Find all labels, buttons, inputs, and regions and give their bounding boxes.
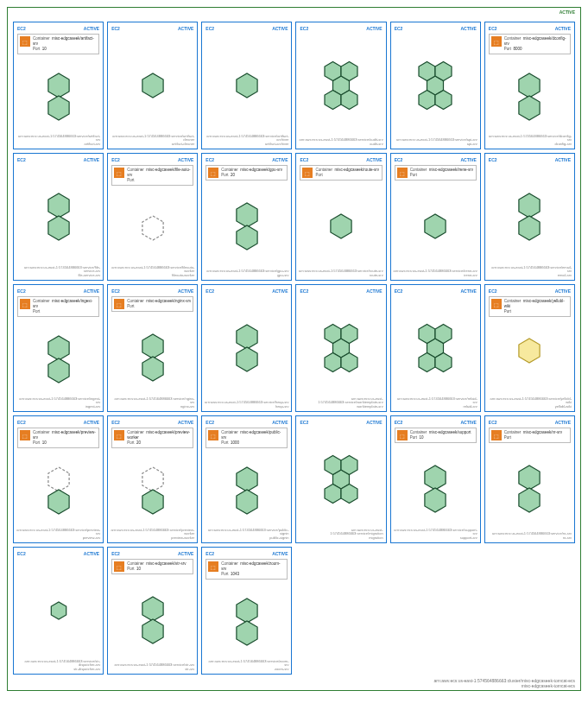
service-card[interactable]: EC2ACTIVE⬚ Container misc-edgcaseek/supp…: [390, 415, 481, 543]
card-type: EC2: [300, 157, 308, 162]
card-footer: arn:aws:ecs:us-east-1:574564886663:servi…: [110, 397, 194, 409]
card-status: ACTIVE: [178, 26, 193, 31]
card-status: ACTIVE: [460, 157, 476, 162]
card-type: EC2: [489, 157, 497, 162]
task-hexes: [17, 165, 99, 268]
svg-marker-57: [51, 602, 66, 619]
service-card[interactable]: EC2ACTIVE⬚ Container misc-edgcaseek/nr-s…: [484, 415, 575, 543]
card-footer: arn:aws:ecs:us-east-1:574564886663:servi…: [16, 529, 100, 541]
card-header: EC2ACTIVE: [17, 157, 99, 162]
service-card[interactable]: EC2ACTIVE⬚ Container misc-edgcaseek/dcon…: [484, 22, 575, 149]
service-card[interactable]: EC2ACTIVEarn:aws:ecs:us-east-1:574564886…: [13, 547, 104, 675]
service-card[interactable]: EC2ACTIVE⬚ Container misc-edgcaseek/zoom…: [201, 547, 292, 675]
task-hexes: [17, 58, 99, 136]
task-hexes: [17, 452, 99, 530]
service-card[interactable]: EC2ACTIVE⬚ Container misc-edgcaseek/iren…: [390, 153, 481, 281]
service-card[interactable]: EC2ACTIVE⬚ Container misc-edgcaseek/inge…: [13, 284, 104, 412]
container-info: ⬚ Container misc-edgcaseek/artifact-srv …: [17, 34, 99, 54]
service-card[interactable]: EC2ACTIVE⬚ Container misc-edgcaseek/publ…: [201, 415, 292, 543]
svg-marker-45: [142, 490, 163, 514]
service-card[interactable]: EC2ACTIVEarn:aws:ecs:us-east-1:574564886…: [201, 284, 292, 412]
svg-marker-32: [325, 324, 341, 343]
service-card[interactable]: EC2ACTIVEarn:aws:ecs:us-east-1:574564886…: [295, 284, 386, 412]
card-footer: arn:aws:ecs:us-east-1:574564886663:servi…: [114, 663, 194, 672]
service-card[interactable]: EC2ACTIVE⬚ Container misc-edgcaseek/prev…: [13, 415, 104, 543]
card-header: EC2ACTIVE: [17, 420, 99, 425]
container-info: ⬚ Container misc-edgcaseek/str-srv Port …: [111, 559, 193, 574]
task-hexes: [205, 184, 288, 268]
card-type: EC2: [205, 288, 214, 294]
card-footer: arn:aws:ecs:us-east-1:574564886663:servi…: [299, 397, 383, 409]
service-card[interactable]: EC2ACTIVEarn:aws:ecs:us-east-1:574564886…: [390, 284, 481, 412]
card-footer: arn:aws:ecs:us-east-1:574564886663:servi…: [16, 397, 100, 409]
service-card[interactable]: EC2ACTIVEarn:aws:ecs:us-east-1:574564886…: [201, 22, 292, 149]
card-type: EC2: [205, 157, 214, 162]
svg-marker-39: [419, 352, 435, 371]
svg-marker-38: [435, 324, 452, 343]
container-info: ⬚ Container misc-edgcaseek/preview-srv P…: [17, 428, 99, 448]
svg-marker-34: [325, 352, 341, 371]
card-type: EC2: [300, 288, 308, 294]
svg-marker-47: [237, 490, 257, 514]
cluster-status: ACTIVE: [560, 10, 575, 15]
container-info: ⬚ Container misc-edgcaseek/support Port …: [395, 428, 477, 443]
svg-marker-12: [419, 90, 435, 109]
card-header: EC2ACTIVE: [489, 26, 571, 31]
card-header: EC2ACTIVE: [300, 288, 382, 294]
card-footer: arn:aws:ecs:us-east-1:574564886663:servi…: [393, 397, 477, 409]
card-type: EC2: [489, 26, 497, 31]
service-card[interactable]: EC2ACTIVEarn:aws:ecs:us-east-1:574564886…: [390, 22, 481, 149]
card-footer: arn:aws:ecs:us-east-1:574564886663:servi…: [205, 660, 289, 672]
service-card[interactable]: EC2ACTIVE⬚ Container misc-edgcaseek/arti…: [13, 22, 104, 149]
task-hexes: [489, 58, 571, 136]
svg-marker-42: [47, 467, 68, 491]
card-status: ACTIVE: [555, 157, 571, 162]
task-hexes: [395, 34, 477, 136]
card-type: EC2: [300, 420, 308, 425]
svg-marker-8: [341, 90, 357, 109]
svg-marker-61: [237, 621, 257, 645]
card-type: EC2: [395, 26, 403, 31]
task-hexes: [489, 320, 571, 399]
task-hexes: [205, 296, 288, 399]
service-card[interactable]: EC2ACTIVEarn:aws:ecs:us-east-1:574564886…: [295, 415, 386, 543]
card-footer: arn:aws:ecs:us-east-1:574564886663:servi…: [110, 529, 194, 541]
card-header: EC2ACTIVE: [300, 420, 382, 425]
service-card[interactable]: EC2ACTIVE⬚ Container misc-edgcaseek/rout…: [295, 153, 386, 281]
service-card[interactable]: EC2ACTIVE⬚ Container misc-edgcaseek/yell…: [484, 284, 575, 412]
card-footer: arn:aws:ecs:us-east-1:574564886663:servi…: [299, 138, 383, 147]
service-card[interactable]: EC2ACTIVEarn:aws:ecs:us-east-1:574564886…: [295, 22, 386, 149]
card-footer: arn:aws:ecs:us-east-1:574564886663:servi…: [110, 266, 194, 278]
container-info: ⬚ Container misc-edgcaseek/yellobl-wiki …: [489, 296, 571, 317]
service-card[interactable]: EC2ACTIVE⬚ Container misc-edgcaseek/prev…: [107, 415, 198, 543]
service-card[interactable]: EC2ACTIVEarn:aws:ecs:us-east-1:574564886…: [13, 153, 104, 281]
task-hexes: [17, 320, 99, 399]
card-footer: arn:aws:ecs:us-east-1:574564886663:servi…: [492, 532, 572, 541]
card-status: ACTIVE: [178, 420, 193, 425]
card-footer: arn:aws:ecs:us-east-1:574564886663:servi…: [299, 269, 383, 278]
container-info: ⬚ Container misc-edgcaseek/nginx-srv Por…: [111, 296, 193, 312]
card-type: EC2: [489, 288, 497, 294]
service-card[interactable]: EC2ACTIVE⬚ Container misc-edgcaseek/str-…: [107, 547, 198, 675]
task-hexes: [489, 165, 571, 268]
card-type: EC2: [111, 551, 120, 556]
container-icon: ⬚: [302, 168, 313, 178]
container-info: ⬚ Container misc-edgcaseek/gpu-srv Port …: [205, 165, 288, 181]
service-card[interactable]: EC2ACTIVEarn:aws:ecs:us-east-1:574564886…: [107, 22, 198, 149]
card-status: ACTIVE: [178, 288, 193, 294]
card-status: ACTIVE: [460, 288, 476, 294]
service-card[interactable]: EC2ACTIVE⬚ Container misc-edgcaseek/ngin…: [107, 284, 198, 412]
container-icon: ⬚: [491, 430, 502, 440]
service-card[interactable]: EC2ACTIVE⬚ Container misc-edgcaseek/file…: [107, 153, 198, 281]
svg-marker-51: [325, 484, 341, 503]
svg-marker-14: [519, 73, 540, 98]
card-type: EC2: [17, 288, 26, 294]
service-card[interactable]: EC2ACTIVE⬚ Container misc-edgcaseek/gpu-…: [201, 153, 292, 281]
svg-marker-60: [237, 599, 257, 623]
svg-marker-23: [519, 193, 540, 218]
card-type: EC2: [111, 288, 120, 294]
card-status: ACTIVE: [272, 551, 288, 556]
task-hexes: [111, 315, 193, 399]
service-card[interactable]: EC2ACTIVEarn:aws:ecs:us-east-1:574564886…: [484, 153, 575, 281]
card-header: EC2ACTIVE: [205, 420, 288, 425]
